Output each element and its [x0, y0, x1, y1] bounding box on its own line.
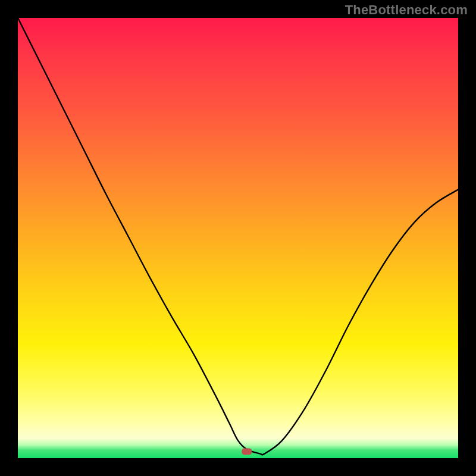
- watermark-text: TheBottleneck.com: [345, 2, 468, 18]
- chart-frame: TheBottleneck.com: [0, 0, 476, 476]
- optimal-point-marker: [242, 449, 252, 455]
- curve-layer: [18, 18, 458, 458]
- bottleneck-curve: [18, 18, 458, 455]
- plot-area: [18, 18, 458, 458]
